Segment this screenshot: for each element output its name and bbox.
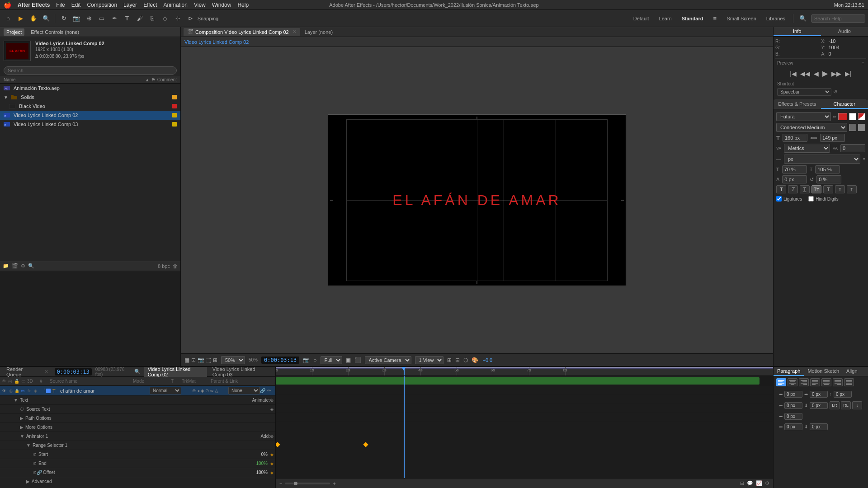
sub-path-options[interactable]: ▶ Path Options [0,414,275,423]
font-edit-icon[interactable]: ✏ [833,114,836,119]
font-color-blend[interactable] [858,113,865,120]
prev-fwd[interactable]: ▶▶ [831,70,841,77]
new-comp-icon[interactable]: 🎬 [12,263,18,269]
timeline-playhead-ruler[interactable] [404,367,405,375]
hindi-label[interactable]: Hindi Digits [808,196,839,202]
style-color3[interactable] [858,124,865,131]
menu-composition[interactable]: Composition [87,2,117,8]
zoom-tool[interactable]: 🔍 [41,13,52,24]
quality-select[interactable]: Full [321,356,342,364]
sub-range-selector[interactable]: ▼ Range Selector 1 [0,441,275,450]
start-keyframe[interactable]: ◈ [270,452,274,457]
text-tool[interactable]: T [122,13,132,24]
search-btn[interactable]: 🔍 [797,13,808,24]
sub-start[interactable]: ⏱ Start 0% ◈ [0,450,275,459]
v-scale-input[interactable] [815,165,840,174]
tab-standard[interactable]: Standard [678,15,707,22]
snapshot-icon[interactable]: 📷 [303,357,310,363]
snapping-toggle[interactable]: Snapping [203,13,213,24]
render-icon[interactable]: ▣ [346,357,351,363]
layer-1-motion[interactable]: ◈ [33,388,38,394]
sub-btn[interactable]: T [847,185,857,193]
anchor-tool[interactable]: ⊕ [84,13,94,24]
zoom-select[interactable]: 50% [221,356,245,364]
preview-settings-icon[interactable]: ≡ [862,61,864,66]
font-color-swatch[interactable] [838,113,847,120]
view-select[interactable]: 1 View [415,356,443,364]
preview-snapshot[interactable]: 📷 [198,357,204,363]
space-after-input[interactable] [810,402,828,409]
extra2-input[interactable] [810,423,828,430]
sub-text[interactable]: ▼ Text Animate: ⊕ [0,396,275,405]
layer-1-solo[interactable]: ◎ [8,388,14,394]
project-tab[interactable]: Project [4,28,24,36]
bottom-indent-input[interactable] [784,413,802,420]
col-sort[interactable]: ▲ [145,77,150,82]
ligatures-label[interactable]: Ligatures [776,196,802,202]
misc-tool[interactable]: ⊳ [185,13,196,24]
menu-edit[interactable]: Edit [71,2,81,8]
layer-none-tab[interactable]: Layer (none) [301,28,336,36]
end-keyframe[interactable]: ◈ [270,461,274,466]
grid-icon[interactable]: ⊞ [447,357,452,363]
font-family-select[interactable]: Futura [776,112,831,121]
italic-btn[interactable]: T [788,185,798,193]
exposure-icon[interactable]: ○ [313,357,316,363]
app-name[interactable]: After Effects [18,2,50,8]
metrics-select[interactable]: Metrics [784,144,830,153]
tl-zoom-out[interactable]: − [279,481,282,486]
end-stopwatch[interactable]: ⏱ [33,461,37,466]
sub-source-text[interactable]: ⏱ Source Text ◈ [0,405,275,414]
audio-tab[interactable]: Audio [821,27,868,36]
tl-comment-icon[interactable]: 💬 [747,480,753,486]
prev-back-frame[interactable]: ◀◀ [800,70,810,77]
tab-default[interactable]: Default [630,15,653,22]
layer-1-mode[interactable]: Normal [150,387,181,394]
eraser-tool[interactable]: ◇ [160,13,170,24]
ligatures-checkbox[interactable] [776,196,782,202]
tl-zoom-slider[interactable] [285,483,330,484]
comp-tab-close[interactable]: ✕ [292,29,297,35]
tab-expand[interactable]: ≡ [709,13,720,24]
sub-opacity[interactable]: ⏱ Opacity 10% ◈ [0,486,275,488]
font-size-input[interactable] [783,134,807,142]
font-style-select[interactable]: Condensed Medium [776,123,847,132]
sub-more-options[interactable]: ▶ More Options [0,423,275,432]
depth-icon[interactable]: ⬛ [354,357,361,363]
justify-right-btn[interactable] [833,378,843,386]
para-tab-motion-sketch[interactable]: Motion Sketch [804,367,843,376]
settings-icon[interactable]: ⚙ [21,263,25,269]
advanced-arrow[interactable]: ▶ [26,479,30,484]
file-item-comp03[interactable]: ▶ Video Lyrics Linked Comp 03 [0,120,180,129]
menu-window[interactable]: Window [212,2,231,8]
overlay-icon[interactable]: ⊟ [455,357,460,363]
ttb-btn[interactable]: ↓ [852,401,862,409]
tl-expand-icon[interactable]: ⊟ [740,480,744,486]
project-search-area[interactable] [0,65,180,76]
channel-icon[interactable]: ⬡ [463,357,468,363]
file-item-comp02[interactable]: ▶ Video Lyrics Linked Comp 02 [0,111,180,120]
metrics-val-input[interactable] [840,144,865,152]
animate-add-icon[interactable]: ⊕ [270,398,274,403]
shortcut-reset-icon[interactable]: ↺ [833,89,837,95]
apple-icon[interactable]: 🍎 [4,1,11,9]
style-color2[interactable] [849,124,856,131]
rotation-tool[interactable]: ↻ [58,13,69,24]
menu-effect[interactable]: Effect [143,2,157,8]
file-item-solids[interactable]: ▼ Solids [0,93,180,102]
prev-play[interactable]: ▶ [822,69,828,78]
puppet-tool[interactable]: ⊹ [172,13,183,24]
breadcrumb-comp[interactable]: Video Lyrics Linked Comp 02 [184,39,249,45]
info-tab[interactable]: Info [774,27,821,36]
para-tab-paragraph[interactable]: Paragraph [774,367,804,376]
all-caps-btn[interactable]: T [823,185,833,193]
project-search-input[interactable] [4,66,177,75]
menu-layer[interactable]: Layer [123,2,137,8]
character-tab[interactable]: Character [821,100,868,109]
menu-animation[interactable]: Animation [164,2,188,8]
menu-help[interactable]: Help [237,2,249,8]
preview-3d[interactable]: ⊞ [213,357,217,363]
rotate-input[interactable] [816,175,841,183]
indent-top-input[interactable] [834,391,852,398]
prev-last[interactable]: ▶| [845,70,852,77]
